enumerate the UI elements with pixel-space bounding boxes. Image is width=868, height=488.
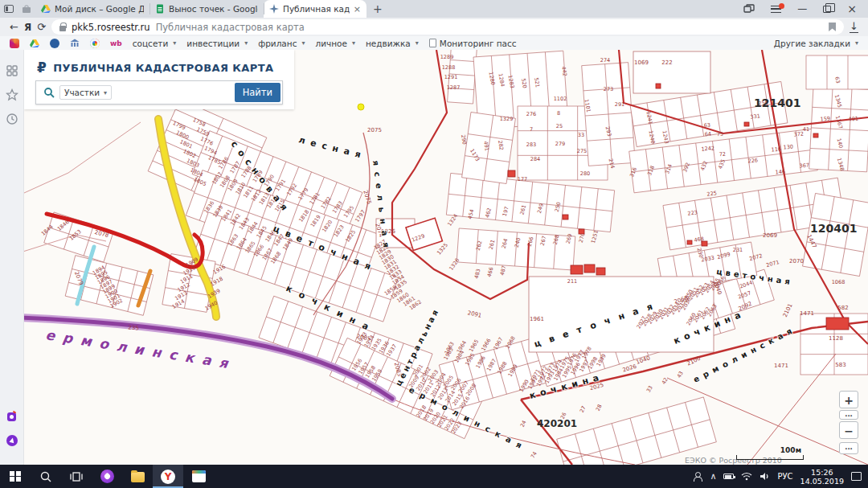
reload-button[interactable]: ⟳ [37,22,46,32]
zoom-in-button[interactable]: + [839,391,858,408]
history-clock-icon[interactable] [6,113,18,125]
alice-taskbar-button[interactable] [92,465,122,488]
movies-app-icon [192,470,206,482]
bookmark-flag-icon[interactable] [829,23,836,31]
search-icon [39,470,52,483]
browser-side-panel [0,50,24,465]
back-button[interactable]: ← [10,22,18,32]
svg-text:225: 225 [706,190,717,198]
svg-text:280: 280 [580,170,590,177]
svg-text:223: 223 [687,209,698,217]
svg-text:1288: 1288 [442,64,456,71]
taskbar: Y ∧ РУС 15:26 14.05.2019 [0,465,868,488]
action-center-icon[interactable] [851,472,862,481]
system-tray: ∧ РУС 15:26 14.05.2019 [693,468,868,486]
svg-text:41: 41 [803,126,809,133]
svg-text:120401: 120401 [810,222,857,235]
svg-text:1102: 1102 [554,96,567,102]
task-view-button[interactable] [61,465,92,488]
shared-tabs-icon[interactable] [743,4,755,14]
wildberries-icon[interactable]: wb [110,39,122,47]
alice-icon[interactable] [6,434,18,447]
svg-text:583: 583 [835,362,845,368]
pkk-logo: ₽ [37,61,47,75]
briefcase-icon [22,4,31,14]
scale-line: 100м [736,455,804,460]
folder-icon [131,472,145,482]
google-drive-icon [41,4,51,14]
tab-bar: Мой диск – Google Диск Вынос точек - Goo… [0,0,868,18]
svg-text:1068: 1068 [832,279,845,285]
task-view-icon [70,471,83,482]
yandex-button[interactable]: Я [24,22,31,33]
bookmark-folder-freelance[interactable]: фриланс [258,39,305,48]
sidebar-toggle-button[interactable] [0,2,18,16]
battery-icon[interactable] [723,474,734,479]
google-drive-icon[interactable] [30,39,39,48]
google-icon[interactable] [90,39,100,48]
svg-text:211: 211 [567,278,577,285]
tab-close-icon[interactable]: × [354,4,361,14]
bookmark-folder-realty[interactable]: недвижка [366,39,419,48]
restore-button[interactable] [823,6,831,13]
bookmark-folder-personal[interactable]: личное [315,39,355,48]
taskbar-clock[interactable]: 15:26 14.05.2019 [800,468,844,486]
bookmark-folder-invest[interactable]: инвестиции [186,39,248,48]
url-field[interactable]: pkk5.rosreestr.ru Публичная кадастровая … [51,19,844,35]
pinned-tab[interactable] [18,2,35,16]
apps-grid-icon[interactable] [6,64,18,77]
yandex-app-icon[interactable] [6,410,18,423]
wifi-icon[interactable] [741,472,752,481]
other-bookmarks[interactable]: Другие закладки [774,39,858,48]
bookmark-monitoring[interactable]: Мониторинг пасс [429,39,517,48]
file-explorer-button[interactable] [122,465,153,488]
new-tab-button[interactable]: + [373,2,383,15]
url-page-title: Публичная кадастровая карта [156,22,305,33]
volume-icon[interactable] [760,472,770,481]
svg-text:2069: 2069 [763,232,777,239]
search-input[interactable] [117,88,230,98]
minimize-button[interactable]: — [797,3,807,14]
svg-text:367: 367 [799,162,809,169]
sidebar-panel-icon [4,5,14,13]
zoom-more-bottom-button[interactable]: ••• [839,442,858,454]
tab-cadastral-map-active[interactable]: Публичная кадастрова × [264,0,366,18]
movies-app-button[interactable] [183,465,214,488]
people-icon[interactable] [693,472,702,482]
svg-text:159: 159 [820,115,830,122]
taskbar-search-button[interactable] [31,465,61,488]
svg-text:1471: 1471 [774,363,788,369]
instagram-icon[interactable] [10,39,19,48]
lock-icon [59,26,66,31]
svg-text:7: 7 [530,126,533,133]
scale-label: 100м [780,446,801,454]
svg-text:146: 146 [775,168,785,175]
svg-text:8: 8 [557,110,560,117]
tab-google-drive[interactable]: Мой диск – Google Диск [35,0,149,18]
svg-text:1287: 1287 [447,84,461,91]
svg-text:33: 33 [578,132,584,138]
bank-icon[interactable] [70,39,80,48]
search-category-dropdown[interactable]: Участки [59,85,112,100]
find-button[interactable]: Найти [235,83,280,102]
hidden-icons-chevron[interactable]: ∧ [710,471,716,482]
windows-logo-icon [10,471,21,482]
browser-menu-icon[interactable] [771,6,781,13]
yandex-browser-icon: Y [161,470,175,484]
bookmark-folder-social[interactable]: соцсети [133,39,177,48]
blue-site-icon[interactable] [50,39,59,48]
svg-text:1242: 1242 [701,145,714,152]
cadastral-map[interactable]: 1799180018011802180318041805175817591776… [24,50,868,465]
favorites-star-icon[interactable] [6,88,18,101]
language-indicator[interactable]: РУС [777,472,792,481]
close-window-button[interactable]: × [847,2,857,15]
window-controls: — × [743,2,868,15]
start-button[interactable] [0,465,31,488]
svg-text:1069: 1069 [634,59,649,66]
yandex-browser-button[interactable]: Y [153,465,183,488]
zoom-more-top-button[interactable]: ••• [839,410,858,420]
tab-google-sheets[interactable]: Вынос точек - Google Таб [149,0,264,18]
downloads-button[interactable]: ↓ [850,21,858,33]
pkk-favicon [269,4,279,14]
zoom-out-button[interactable]: − [839,421,858,439]
